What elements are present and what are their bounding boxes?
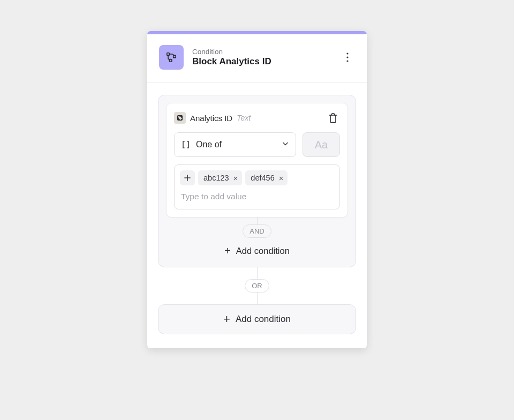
- plus-icon: [184, 174, 191, 182]
- svg-point-5: [346, 60, 348, 62]
- operator-select[interactable]: One of: [174, 132, 296, 157]
- dots-vertical-icon: [346, 52, 349, 62]
- values-input-box[interactable]: abc123 × def456 ×: [174, 164, 340, 209]
- svg-point-4: [346, 56, 348, 58]
- plus-icon: +: [224, 245, 231, 256]
- chip-remove[interactable]: ×: [232, 174, 239, 183]
- header-title: Block Analytics ID: [192, 56, 340, 67]
- branch-icon: [165, 51, 177, 63]
- and-pill: AND: [243, 224, 271, 238]
- delete-condition-button[interactable]: [326, 111, 340, 125]
- svg-point-3: [346, 52, 348, 54]
- add-condition-label: Add condition: [236, 314, 291, 325]
- connector-line: [257, 292, 258, 304]
- svg-rect-1: [173, 55, 176, 58]
- connector-line: [257, 267, 258, 279]
- field-type: Text: [237, 114, 251, 122]
- chip-remove[interactable]: ×: [278, 174, 285, 183]
- or-connector: OR: [158, 267, 356, 304]
- card-header: Condition Block Analytics ID: [147, 34, 367, 82]
- connector-line: [257, 217, 258, 224]
- svg-rect-2: [169, 59, 172, 62]
- card-overflow-menu[interactable]: [340, 50, 355, 65]
- plus-icon: +: [223, 313, 230, 325]
- add-condition-group[interactable]: + Add condition: [158, 304, 356, 334]
- trash-icon: [328, 112, 338, 123]
- add-condition-label: Add condition: [236, 246, 290, 256]
- condition-type-icon: [159, 45, 184, 70]
- value-text-input[interactable]: [180, 190, 334, 204]
- condition-group: Analytics ID Text: [158, 95, 356, 267]
- case-sensitivity-toggle[interactable]: Aa: [303, 132, 340, 157]
- case-hint-label: Aa: [315, 139, 328, 151]
- value-chip: abc123 ×: [198, 170, 242, 185]
- value-chip: def456 ×: [245, 170, 288, 185]
- chip-label: abc123: [203, 174, 229, 182]
- operator-row: One of Aa: [174, 132, 340, 157]
- header-eyebrow: Condition: [192, 48, 340, 56]
- brackets-icon: [181, 140, 191, 149]
- svg-rect-0: [167, 53, 170, 56]
- condition-item: Analytics ID Text: [166, 103, 348, 218]
- field-name: Analytics ID: [190, 114, 232, 123]
- chevron-down-icon: [282, 140, 289, 149]
- condition-field[interactable]: Analytics ID Text: [174, 112, 251, 124]
- or-pill: OR: [245, 279, 269, 292]
- header-text: Condition Block Analytics ID: [192, 48, 340, 67]
- operator-label: One of: [196, 140, 276, 149]
- tag-icon: [177, 115, 183, 121]
- chip-label: def456: [251, 174, 274, 182]
- add-value-button[interactable]: [180, 170, 195, 185]
- condition-card: Condition Block Analytics ID: [147, 31, 367, 348]
- field-type-icon: [174, 112, 186, 124]
- card-body: Analytics ID Text: [147, 83, 367, 348]
- and-connector: AND: [166, 217, 348, 238]
- add-condition-inner[interactable]: + Add condition: [166, 238, 348, 256]
- value-chips: abc123 × def456 ×: [180, 170, 334, 185]
- condition-header-row: Analytics ID Text: [174, 111, 340, 125]
